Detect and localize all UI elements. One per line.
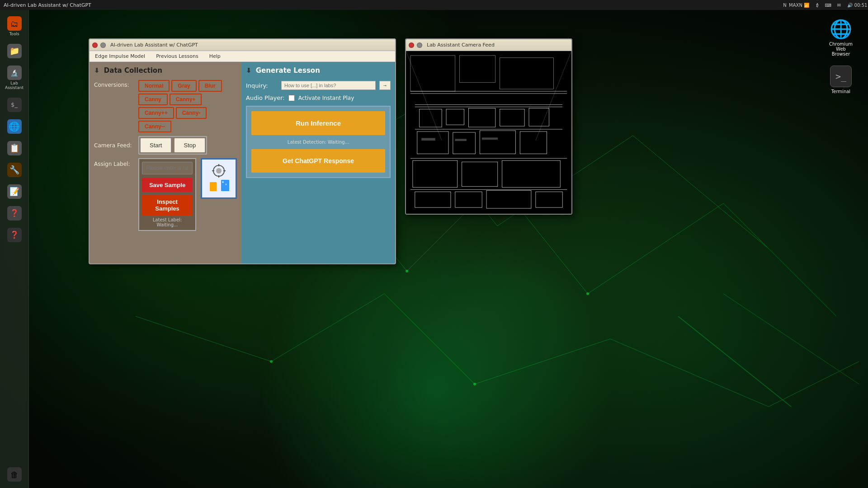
conversions-label: Conversions: bbox=[94, 80, 135, 88]
inquiry-row: Inquiry: → bbox=[246, 81, 391, 90]
wifi-icon: 📶 bbox=[803, 1, 810, 9]
btn-canny-plus[interactable]: Canny+ bbox=[170, 94, 202, 105]
user-label: MAXN bbox=[792, 1, 799, 9]
sidebar-item-text[interactable]: 📝 bbox=[3, 183, 26, 201]
btn-canny-plus-plus[interactable]: Canny++ bbox=[138, 107, 174, 119]
sidebar-bottom: 🗑 bbox=[3, 465, 26, 483]
inquiry-input[interactable] bbox=[281, 81, 376, 90]
camera-feed-label: Camera Feed: bbox=[94, 142, 135, 149]
get-chatgpt-response-btn[interactable]: Get ChatGPT Response bbox=[251, 149, 385, 173]
sidebar-item-help2[interactable]: ❓ bbox=[3, 226, 26, 244]
sidebar-item-trash[interactable]: 🗑 bbox=[3, 465, 26, 483]
sidebar-item-lab[interactable]: 🔬 LabAssistant bbox=[3, 64, 26, 92]
svg-rect-43 bbox=[520, 131, 547, 154]
usb-icon: ⌨ bbox=[825, 1, 832, 9]
desktop-icon-chromium[interactable]: 🌐 ChromiumWebBrowser bbox=[823, 18, 859, 56]
save-sample-btn[interactable]: Save Sample bbox=[142, 178, 193, 192]
generate-lesson-arrow: ⬇ bbox=[246, 66, 252, 75]
trash-icon: 🗑 bbox=[7, 467, 22, 482]
svg-rect-52 bbox=[536, 192, 562, 208]
svg-rect-27 bbox=[410, 56, 455, 91]
inference-box: Run Inference Latest Detection: Waiting.… bbox=[246, 106, 391, 178]
canny-feed-svg bbox=[406, 51, 571, 214]
desktop-icons: 🌐 ChromiumWebBrowser >_ Terminal bbox=[823, 18, 859, 94]
data-collection-title: ⬇ Data Collection bbox=[94, 66, 237, 75]
svg-line-5 bbox=[588, 203, 723, 294]
svg-line-11 bbox=[610, 339, 769, 407]
svg-line-9 bbox=[384, 294, 475, 384]
audio-row: Audio Player: Activate Instant Play bbox=[246, 94, 391, 101]
run-inference-btn[interactable]: Run Inference bbox=[251, 111, 385, 135]
svg-rect-65 bbox=[210, 182, 217, 191]
terminal-icon: $_ bbox=[7, 98, 22, 112]
camera-feed-row: Camera Feed: Start Stop bbox=[94, 136, 237, 155]
sidebar-item-wrench[interactable]: 🔧 bbox=[3, 161, 26, 179]
svg-rect-56 bbox=[455, 139, 467, 141]
lab-icon-svg bbox=[203, 162, 235, 196]
chromium-label: ChromiumWebBrowser bbox=[829, 42, 853, 56]
instant-play-checkbox[interactable] bbox=[288, 95, 295, 101]
svg-point-24 bbox=[586, 292, 589, 295]
clock: 00:51 bbox=[857, 1, 864, 9]
camera-window-title: Lab Assistant Camera Feed bbox=[427, 42, 495, 48]
sidebar-item-browser[interactable]: 🌐 bbox=[3, 117, 26, 136]
text-icon: 📝 bbox=[7, 184, 22, 199]
btn-blur[interactable]: Blur bbox=[198, 80, 222, 92]
menu-edge-impulse[interactable]: Edge Impulse Model bbox=[93, 52, 147, 60]
menu-help[interactable]: Help bbox=[208, 52, 222, 60]
terminal-label: Terminal bbox=[831, 89, 850, 94]
inspect-samples-btn[interactable]: Inspect Samples bbox=[142, 195, 193, 216]
camera-min-btn[interactable] bbox=[417, 42, 422, 48]
svg-rect-47 bbox=[502, 160, 561, 187]
camera-close-btn[interactable] bbox=[409, 42, 414, 48]
btn-canny-minus[interactable]: Canny- bbox=[176, 107, 207, 119]
svg-line-19 bbox=[723, 294, 859, 384]
btn-normal[interactable]: Normal bbox=[138, 80, 170, 92]
btn-canny-minus-minus[interactable]: Canny-- bbox=[138, 121, 171, 132]
latest-label-text: Latest Label: Waiting... bbox=[142, 217, 193, 227]
taskbar: AI-driven Lab Assistant w/ ChatGPT N MAX… bbox=[0, 0, 868, 10]
conversions-row: Conversions: Normal Gray Blur Canny Cann… bbox=[94, 80, 237, 132]
lab-assistant-icon: 🔬 bbox=[7, 66, 22, 80]
sidebar-item-calendar[interactable]: 📋 bbox=[3, 139, 26, 157]
chromium-icon: 🌐 bbox=[830, 18, 852, 40]
svg-rect-37 bbox=[500, 109, 524, 127]
menu-previous-lessons[interactable]: Previous Lessons bbox=[154, 52, 200, 60]
conversion-buttons-group: Normal Gray Blur Canny Canny+ Canny++ Ca… bbox=[138, 80, 237, 132]
main-min-btn[interactable] bbox=[100, 42, 106, 48]
label-input[interactable] bbox=[142, 162, 193, 174]
btn-gray[interactable]: Gray bbox=[171, 80, 196, 92]
desktop-icon-terminal[interactable]: >_ Terminal bbox=[823, 66, 859, 94]
help2-icon: ❓ bbox=[7, 228, 22, 242]
bt-icon: ₿ bbox=[814, 1, 821, 9]
main-close-btn[interactable] bbox=[92, 42, 98, 48]
svg-line-12 bbox=[769, 361, 859, 407]
svg-rect-50 bbox=[455, 192, 482, 208]
svg-rect-34 bbox=[420, 109, 442, 127]
inquiry-submit-btn[interactable]: → bbox=[379, 81, 391, 90]
mail-icon: ✉ bbox=[835, 1, 843, 9]
stop-camera-btn[interactable]: Stop bbox=[174, 138, 205, 153]
app-content: ⬇ Data Collection Conversions: Normal Gr… bbox=[90, 62, 395, 263]
sidebar: 🗂 Tools 📁 🔬 LabAssistant $_ 🌐 📋 🔧 📝 ❓ ❓ … bbox=[0, 10, 29, 488]
sidebar-item-terminal[interactable]: $_ bbox=[3, 96, 26, 114]
assign-label: Assign Label: bbox=[94, 158, 135, 167]
btn-canny[interactable]: Canny bbox=[138, 94, 168, 105]
sidebar-item-files[interactable]: 📁 bbox=[3, 42, 26, 60]
svg-rect-38 bbox=[529, 108, 549, 127]
svg-rect-51 bbox=[486, 191, 531, 209]
svg-rect-45 bbox=[413, 160, 458, 187]
sound-icon: 🔊 bbox=[846, 1, 854, 9]
instant-play-label: Activate Instant Play bbox=[298, 95, 354, 101]
svg-rect-46 bbox=[462, 162, 498, 186]
sidebar-item-tools[interactable]: 🗂 Tools bbox=[3, 14, 26, 38]
wrench-icon: 🔧 bbox=[7, 163, 22, 177]
svg-line-18 bbox=[678, 316, 791, 407]
tools-icon: 🗂 bbox=[7, 16, 22, 31]
svg-point-26 bbox=[473, 383, 476, 385]
left-panel: ⬇ Data Collection Conversions: Normal Gr… bbox=[90, 62, 241, 263]
svg-line-7 bbox=[136, 316, 271, 361]
start-camera-btn[interactable]: Start bbox=[140, 138, 171, 153]
svg-line-6 bbox=[723, 203, 836, 316]
sidebar-item-help1[interactable]: ❓ bbox=[3, 204, 26, 222]
